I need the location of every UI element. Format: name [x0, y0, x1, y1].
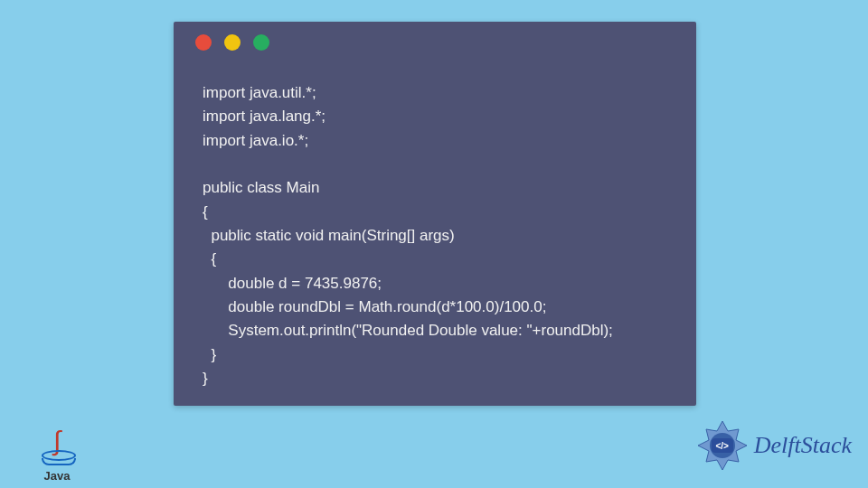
window-titlebar — [174, 22, 696, 63]
java-steam-icon: ∫ — [53, 428, 61, 453]
maximize-icon — [253, 34, 269, 51]
minimize-icon — [224, 34, 241, 51]
close-icon — [195, 34, 212, 51]
delftstack-logo: </> DelftStack — [696, 419, 852, 472]
code-content: import java.util.*; import java.lang.*; … — [174, 63, 696, 390]
java-cup-icon — [42, 453, 72, 465]
code-window: import java.util.*; import java.lang.*; … — [174, 22, 696, 406]
code-tag-icon: </> — [712, 438, 733, 453]
delftstack-badge-icon: </> — [696, 419, 749, 472]
java-logo: ∫ Java — [34, 419, 80, 483]
java-label: Java — [44, 469, 71, 483]
delftstack-label: DelftStack — [754, 432, 852, 459]
